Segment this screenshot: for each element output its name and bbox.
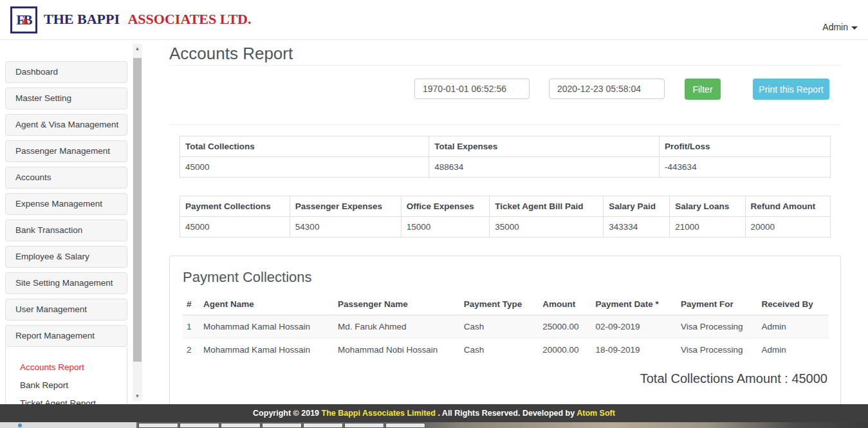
header-agent-name: Agent Name [199,293,334,315]
value-office-expenses: 15000 [401,217,489,237]
cell-payment-type: Cash [460,315,539,339]
sidebar-item-agent-visa-management[interactable]: Agent & Visa Management [5,114,127,136]
background-tab [138,423,178,428]
report-management-submenu: Accounts Report Bank Report Ticket Agent… [5,347,127,409]
sidebar-item-accounts[interactable]: Accounts [5,167,127,189]
table-header-row: Total Collections Total Expenses Profit/… [180,136,831,157]
background-app-icon [18,423,22,427]
sidebar-item-passenger-management[interactable]: Passenger Management [5,140,127,162]
scroll-up-icon[interactable]: ▲ [133,44,142,53]
header-ticket-agent-bill-paid: Ticket Agent Bill Paid [490,196,604,217]
value-refund-amount: 20000 [745,217,831,237]
header-salary-paid: Salary Paid [604,196,670,217]
page-title: Accounts Report [169,44,841,64]
brand-logo-icon: FB [10,6,37,33]
divider [169,65,841,66]
background-tab [344,423,384,428]
top-header: FB THE BAPPI ASSOCIATES LTD. Admin [0,0,868,40]
admin-menu-label: Admin [822,22,848,32]
header-salary-loans: Salary Loans [670,196,745,217]
print-report-button[interactable]: Print this Report [753,79,829,100]
cell-number: 1 [183,315,199,339]
header-total-expenses: Total Expenses [429,136,660,157]
sidebar-item-report-management[interactable]: Report Management [5,325,127,347]
sidebar-item-employee-salary[interactable]: Employee & Salary [5,246,127,268]
payment-collections-panel: Payment Collections # Agent Name Passeng… [169,256,841,428]
cell-received-by: Admin [758,315,829,339]
sidebar-item-expense-management[interactable]: Expense Management [5,193,127,215]
sidebar-item-master-setting[interactable]: Master Setting [5,88,127,109]
value-profit-loss: -443634 [660,157,831,178]
footer-copyright: Copyright © 2019 The Bappi Associates Li… [0,404,868,422]
header-refund-amount: Refund Amount [745,196,831,217]
sidebar-item-dashboard[interactable]: Dashboard [5,61,127,83]
header-payment-for: Payment For [677,293,758,315]
admin-user-menu[interactable]: Admin [822,22,858,32]
header-passenger-name: Passenger Name [334,293,460,315]
panel-title: Payment Collections [183,269,827,286]
header-total-collections: Total Collections [180,136,429,157]
table-header-row: # Agent Name Passenger Name Payment Type… [183,293,829,315]
submenu-bank-report[interactable]: Bank Report [20,380,127,390]
background-tab [385,423,425,428]
table-header-row: Payment Collections Passenger Expenses O… [180,196,831,217]
cell-passenger-name: Mohammad Nobi Hossain [334,339,460,362]
cell-agent-name: Mohammad Kamal Hossain [199,315,334,339]
filter-button[interactable]: Filter [685,79,721,100]
table-row: 45000 54300 15000 35000 343334 21000 200… [180,217,831,237]
header-amount: Amount [539,293,591,315]
sidebar-scrollbar[interactable]: ▲ ▼ [133,44,142,401]
background-tab [180,423,219,428]
cell-payment-date: 18-09-2019 [591,339,677,362]
background-window-edge [0,422,136,428]
header-payment-collections: Payment Collections [180,196,290,217]
cell-payment-for: Visa Processing [677,339,758,362]
header-office-expenses: Office Expenses [401,196,489,217]
total-collections-amount: Total Collections Amount : 45000 [183,371,827,386]
brand-title-secondary: ASSOCIATES LTD. [127,11,251,27]
value-total-collections: 45000 [180,157,429,178]
header-payment-type: Payment Type [460,293,539,315]
table-row: 2 Mohammad Kamal Hossain Mohammad Nobi H… [183,339,829,362]
sidebar-item-user-management[interactable]: User Management [5,299,127,321]
table-row: 1 Mohammad Kamal Hossain Md. Faruk Ahmed… [183,315,829,339]
footer-text-1: Copyright © 2019 [253,409,321,418]
cell-payment-for: Visa Processing [677,315,758,339]
table-row: 45000 488634 -443634 [180,157,831,178]
submenu-accounts-report[interactable]: Accounts Report [20,362,127,372]
background-tab [303,423,343,428]
brand-title-primary: THE BAPPI [44,11,120,27]
background-tab [262,423,302,428]
header-number: # [183,293,199,315]
logo-triangle-shape [21,17,29,24]
value-salary-paid: 343334 [604,217,670,237]
value-payment-collections: 45000 [180,217,290,237]
main-content: Accounts Report Filter Print this Report… [169,40,841,404]
summary-totals-table: Total Collections Total Expenses Profit/… [180,136,831,178]
chevron-down-icon [851,26,858,30]
date-from-input[interactable] [414,79,530,99]
value-salary-loans: 21000 [670,217,745,237]
summary-breakdown-table: Payment Collections Passenger Expenses O… [180,196,831,237]
value-passenger-expenses: 54300 [290,217,401,237]
background-tab [221,423,261,428]
scrollbar-thumb[interactable] [133,58,142,362]
footer-company-link[interactable]: The Bappi Associates Limited [322,409,436,418]
header-passenger-expenses: Passenger Expenses [290,196,401,217]
cell-number: 2 [183,339,199,362]
cell-agent-name: Mohammad Kamal Hossain [199,339,334,362]
sidebar-item-bank-transaction[interactable]: Bank Transaction [5,219,127,241]
payment-collections-table: # Agent Name Passenger Name Payment Type… [183,293,829,361]
date-to-input[interactable] [549,79,665,99]
footer-developer-link[interactable]: Atom Soft [577,409,615,418]
value-total-expenses: 488634 [429,157,660,178]
background-desktop-strip [0,422,868,428]
value-ticket-agent-bill-paid: 35000 [490,217,604,237]
cell-passenger-name: Md. Faruk Ahmed [334,315,460,339]
divider [169,124,841,125]
scroll-down-icon[interactable]: ▼ [133,391,142,401]
cell-amount: 20000.00 [539,339,591,362]
footer-text-2: . All Rights Reserved. Developed by [436,409,577,418]
sidebar-item-site-setting-management[interactable]: Site Setting Management [5,272,127,294]
brand-title: THE BAPPI ASSOCIATES LTD. [44,11,251,28]
